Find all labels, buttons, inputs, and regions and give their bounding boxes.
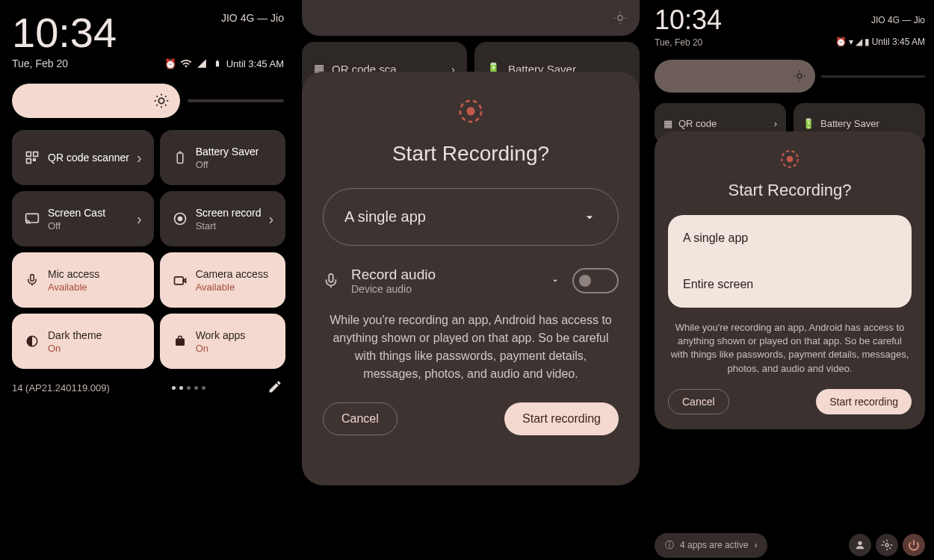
carrier-label: JIO 4G — Jio bbox=[871, 15, 925, 25]
svg-rect-5 bbox=[177, 153, 183, 164]
status-bar: 10:34 JIO 4G — Jio bbox=[12, 12, 284, 54]
svg-point-0 bbox=[158, 98, 164, 103]
svg-rect-2 bbox=[34, 152, 38, 157]
cancel-button[interactable]: Cancel bbox=[323, 402, 398, 435]
work-icon bbox=[172, 333, 188, 349]
svg-rect-10 bbox=[174, 277, 183, 284]
option-entire-screen[interactable]: Entire screen bbox=[668, 261, 912, 308]
audio-subtitle: Device audio bbox=[351, 283, 538, 295]
svg-point-8 bbox=[177, 217, 182, 222]
info-icon: ⓘ bbox=[665, 539, 674, 552]
start-recording-button[interactable]: Start recording bbox=[504, 402, 619, 435]
record-icon bbox=[780, 149, 800, 169]
scope-dropdown[interactable]: A single app bbox=[323, 188, 619, 246]
brightness-slider[interactable] bbox=[12, 84, 284, 118]
modal-title: Start Recording? bbox=[668, 181, 912, 200]
svg-rect-15 bbox=[329, 274, 333, 282]
tile-label: Dark theme bbox=[48, 329, 102, 342]
tile-status: Available bbox=[196, 281, 268, 293]
recording-options-panel: 10:34 JIO 4G — Jio Tue, Feb 20 ⏰ ▾ ◢ ▮ U… bbox=[646, 0, 934, 560]
chevron-down-icon bbox=[582, 210, 597, 225]
tile-label: Screen Cast bbox=[48, 206, 105, 220]
camera-icon bbox=[172, 272, 188, 288]
qr-icon bbox=[24, 149, 40, 166]
tile-status: Off bbox=[48, 220, 105, 231]
brightness-icon bbox=[613, 10, 628, 25]
start-recording-button[interactable]: Start recording bbox=[816, 389, 912, 414]
quick-settings-panel: 10:34 JIO 4G — Jio Tue, Feb 20 ⏰ Until 3… bbox=[0, 0, 296, 560]
signal-icon: ◢ bbox=[856, 37, 862, 47]
signal-icon bbox=[195, 57, 208, 70]
dropdown-label: A single app bbox=[344, 208, 426, 225]
audio-toggle[interactable] bbox=[572, 268, 619, 293]
record-icon bbox=[458, 99, 483, 124]
brightness-slider[interactable] bbox=[655, 60, 925, 93]
clock: 10:34 bbox=[12, 12, 117, 54]
tile-camera[interactable]: Camera access Available bbox=[160, 252, 286, 308]
date-row: Tue, Feb 20 ⏰ Until 3:45 AM bbox=[12, 57, 284, 70]
chevron-right-icon: › bbox=[269, 211, 274, 228]
settings-button[interactable] bbox=[876, 534, 898, 556]
dropdown-caret-icon[interactable] bbox=[550, 276, 560, 286]
dark-icon bbox=[24, 333, 40, 349]
modal-title: Start Recording? bbox=[392, 142, 549, 166]
user-button[interactable] bbox=[849, 534, 871, 556]
svg-rect-11 bbox=[176, 338, 185, 346]
mic-icon bbox=[24, 272, 40, 288]
tile-qr[interactable]: QR code scanner › bbox=[12, 130, 154, 185]
tile-label: Screen record bbox=[196, 206, 262, 220]
record-icon bbox=[172, 211, 188, 227]
page-dots bbox=[172, 386, 205, 390]
svg-point-12 bbox=[618, 16, 623, 21]
tile-record[interactable]: Screen record Start › bbox=[160, 191, 286, 246]
start-recording-modal: Start Recording? A single app Record aud… bbox=[302, 72, 640, 485]
svg-point-16 bbox=[797, 74, 802, 78]
svg-point-18 bbox=[787, 156, 794, 163]
record-audio-row[interactable]: Record audio Device audio bbox=[323, 267, 619, 295]
svg-rect-9 bbox=[31, 275, 34, 281]
recording-modal-panel: ▦ QR code sca › 🔋 Battery Saver Start Re… bbox=[296, 0, 646, 560]
until-label: Until 3:45 AM bbox=[226, 58, 284, 69]
tile-label: Mic access bbox=[48, 267, 99, 281]
svg-rect-3 bbox=[27, 159, 31, 164]
active-apps-pill[interactable]: ⓘ 4 apps are active › bbox=[655, 533, 767, 558]
carrier-label: JIO 4G — Jio bbox=[221, 12, 284, 24]
battery-icon bbox=[172, 149, 188, 166]
cancel-button[interactable]: Cancel bbox=[668, 389, 729, 414]
svg-rect-1 bbox=[27, 152, 31, 157]
status-icons: ⏰ ▾ ◢ ▮ Until 3:45 AM bbox=[835, 37, 925, 47]
until-label: Until 3:45 AM bbox=[872, 37, 925, 47]
tile-status: Available bbox=[48, 281, 99, 293]
svg-point-20 bbox=[885, 544, 888, 547]
alarm-icon: ⏰ bbox=[835, 37, 847, 47]
chevron-right-icon: › bbox=[137, 149, 142, 167]
tile-status: Off bbox=[196, 159, 259, 170]
tile-dark[interactable]: Dark theme On bbox=[12, 314, 154, 369]
tile-cast[interactable]: Screen Cast Off › bbox=[12, 191, 154, 246]
wifi-icon bbox=[179, 57, 193, 70]
brightness-icon bbox=[153, 93, 170, 109]
tile-status: On bbox=[48, 343, 102, 354]
tile-mic[interactable]: Mic access Available bbox=[12, 252, 154, 308]
power-button[interactable] bbox=[903, 534, 925, 556]
warning-text: While you're recording an app, Android h… bbox=[668, 321, 912, 376]
scope-options: A single app Entire screen bbox=[668, 215, 912, 308]
chevron-right-icon: › bbox=[137, 211, 142, 228]
wifi-icon: ▾ bbox=[849, 37, 853, 47]
mic-icon bbox=[323, 273, 339, 289]
tile-work[interactable]: Work apps On bbox=[160, 314, 286, 369]
brightness-slider-bg bbox=[302, 0, 640, 36]
alarm-icon: ⏰ bbox=[164, 57, 177, 70]
edit-icon[interactable] bbox=[267, 379, 284, 396]
status-bar: 10:34 JIO 4G — Jio bbox=[655, 0, 925, 36]
tile-label: Camera access bbox=[196, 267, 268, 281]
tile-battery[interactable]: Battery Saver Off bbox=[160, 130, 286, 185]
footer-bar: ⓘ 4 apps are active › bbox=[655, 530, 925, 560]
warning-text: While you're recording an app, Android h… bbox=[323, 311, 619, 383]
tile-status: On bbox=[196, 343, 246, 354]
svg-point-14 bbox=[466, 107, 474, 115]
option-single-app[interactable]: A single app bbox=[668, 215, 912, 261]
status-icons: ⏰ Until 3:45 AM bbox=[164, 57, 284, 70]
audio-title: Record audio bbox=[351, 267, 538, 283]
battery-icon: ▮ bbox=[865, 37, 870, 47]
